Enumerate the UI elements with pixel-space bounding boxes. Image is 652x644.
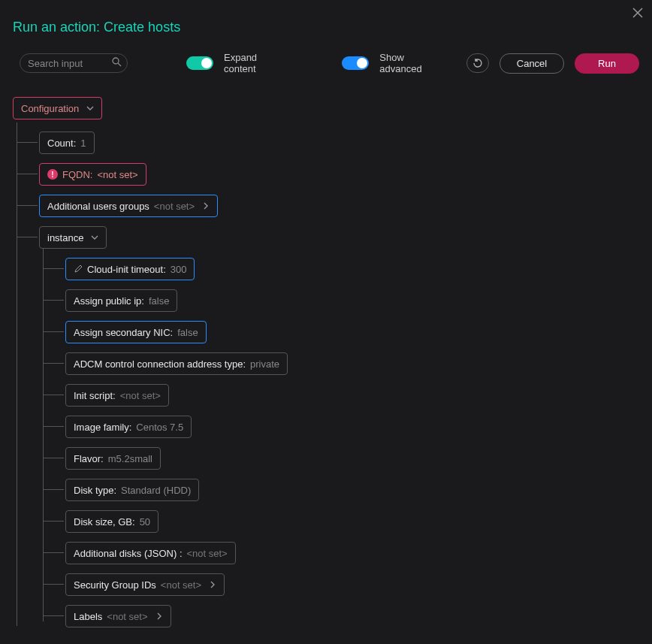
configuration-node[interactable]: Configuration [13,97,102,119]
node-value: Centos 7.5 [136,422,183,433]
node-label: Assign secondary NIC: [74,327,173,338]
fqdn-node[interactable]: ! FQDN: <not set> [39,163,146,186]
node-label: instance [47,232,83,243]
node-label: Flavor: [74,453,104,464]
node-label: Cloud-init timeout: [87,264,166,275]
chevron-right-icon [209,581,216,588]
instance-node[interactable]: instance [39,226,107,249]
reset-button[interactable] [466,53,489,73]
labels-node[interactable]: Labels <not set> [65,605,171,627]
node-value: m5.2small [108,453,152,464]
node-label: Configuration [21,103,79,114]
node-label: Security Group IDs [74,579,156,591]
config-tree: Configuration Count: 1 ! FQDN: <not set>… [0,82,652,644]
init-script-node[interactable]: Init script: <not set> [65,384,169,407]
node-value: <not set> [107,611,147,622]
chevron-right-icon [202,202,210,210]
warning-icon: ! [47,169,58,180]
node-label: Additional disks (JSON) : [74,548,183,559]
adcm-address-type-node[interactable]: ADCM control connection address type: pr… [65,352,288,375]
assign-secondary-nic-node[interactable]: Assign secondary NIC: false [65,321,207,343]
node-value: <not set> [154,201,195,212]
node-value: <not set> [187,548,228,559]
disk-size-node[interactable]: Disk size, GB: 50 [65,510,158,533]
node-label: Disk type: [74,485,116,496]
refresh-icon [472,58,483,68]
node-value: <not set> [97,169,137,180]
additional-disks-node[interactable]: Additional disks (JSON) : <not set> [65,542,236,564]
flavor-node[interactable]: Flavor: m5.2small [65,447,161,470]
image-family-node[interactable]: Image family: Centos 7.5 [65,416,192,438]
toolbar: Expand content Show advanced Cancel Run [0,44,652,82]
svg-point-0 [113,58,119,64]
node-value: false [149,295,169,307]
node-value: false [177,327,198,338]
node-label: Image family: [74,422,131,433]
node-value: Standard (HDD) [121,485,191,496]
node-value: private [250,358,279,370]
node-label: Init script: [74,390,116,401]
node-label: Count: [47,138,76,149]
dialog-title: Run an action: Create hosts [0,0,652,44]
node-label: Assign public ip: [74,295,144,307]
show-advanced-label: Show advanced [379,52,445,74]
node-label: ADCM control connection address type: [74,358,246,370]
run-button[interactable]: Run [575,53,639,74]
chevron-right-icon [155,612,163,620]
cloud-init-timeout-node[interactable]: Cloud-init timeout: 300 [65,258,195,280]
pencil-icon [74,265,83,274]
close-icon[interactable] [632,8,643,21]
search-icon [112,57,122,69]
count-node[interactable]: Count: 1 [39,132,95,154]
disk-type-node[interactable]: Disk type: Standard (HDD) [65,479,199,501]
node-value: 1 [80,138,86,149]
node-label: FQDN: [62,169,92,180]
security-group-ids-node[interactable]: Security Group IDs <not set> [65,573,225,596]
node-value: 300 [171,264,187,275]
chevron-down-icon [91,234,98,241]
chevron-down-icon [86,104,94,112]
assign-public-ip-node[interactable]: Assign public ip: false [65,289,177,312]
show-advanced-toggle[interactable] [342,56,369,70]
expand-content-toggle[interactable] [186,56,213,70]
cancel-button[interactable]: Cancel [500,53,564,74]
expand-content-label: Expand content [224,52,288,74]
node-value: <not set> [120,390,161,401]
node-label: Additional users groups [47,201,149,212]
node-label: Labels [74,611,102,622]
node-label: Disk size, GB: [74,516,135,528]
node-value: <not set> [161,579,201,591]
additional-users-groups-node[interactable]: Additional users groups <not set> [39,195,218,217]
node-value: 50 [140,516,150,528]
